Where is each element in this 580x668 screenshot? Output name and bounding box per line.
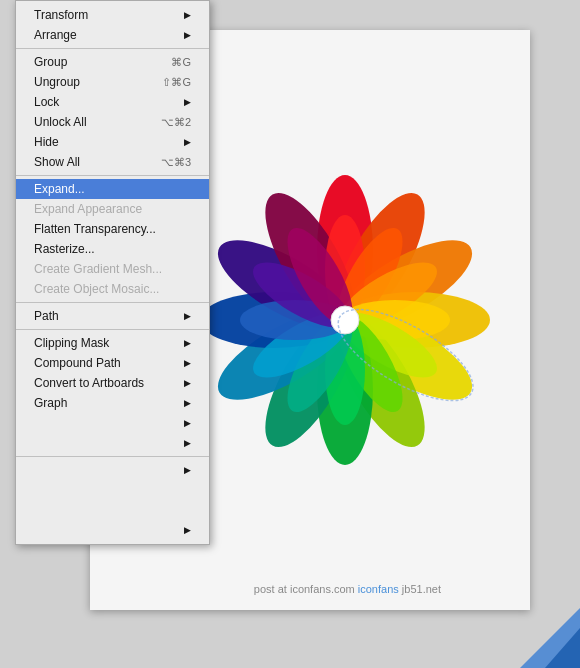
menu-label-transform: Transform [34, 8, 178, 22]
menu-item-flatten-transparency[interactable]: Flatten Transparency... [16, 219, 209, 239]
menu-label-create-object-mosaic: Create Object Mosaic... [34, 282, 191, 296]
menu-label-expand-appearance: Expand Appearance [34, 202, 191, 216]
menu-label-create-gradient-mesh: Create Gradient Mesh... [34, 262, 191, 276]
context-menu: Transform Arrange Group ⌘G Ungroup ⇧⌘G L… [15, 0, 210, 545]
menu-item-live-paint[interactable]: Graph [16, 393, 209, 413]
menu-item-live-trace[interactable] [16, 413, 209, 433]
menu-label-live-paint: Graph [34, 396, 178, 410]
separator-3 [16, 302, 209, 303]
menu-item-hide[interactable]: Hide [16, 132, 209, 152]
menu-item-expand[interactable]: Expand... [16, 179, 209, 199]
menu-item-unlock-all[interactable]: Unlock All ⌥⌘2 [16, 112, 209, 132]
menu-item-clipping-mask[interactable] [16, 460, 209, 480]
menu-item-rasterize[interactable]: Rasterize... [16, 239, 209, 259]
menu-label-envelope-distort: Convert to Artboards [34, 376, 178, 390]
menu-label-lock: Lock [34, 95, 178, 109]
menu-item-show-all[interactable]: Show All ⌥⌘3 [16, 152, 209, 172]
menu-label-show-all: Show All [34, 155, 161, 169]
menu-item-envelope-distort[interactable]: Convert to Artboards [16, 373, 209, 393]
watermark: post at iconfans.com iconfans jb51.net [254, 583, 441, 595]
watermark-brand: iconfans [358, 583, 399, 595]
menu-label-arrange: Arrange [34, 28, 178, 42]
menu-item-graph[interactable] [16, 520, 209, 540]
shortcut-show-all: ⌥⌘3 [161, 156, 191, 169]
watermark-suffix: jb51.net [399, 583, 441, 595]
menu-label-ungroup: Ungroup [34, 75, 162, 89]
menu-item-transform[interactable]: Transform [16, 5, 209, 25]
watermark-text: post at iconfans.com [254, 583, 358, 595]
menu-item-lock[interactable]: Lock [16, 92, 209, 112]
menu-label-blend: Compound Path [34, 356, 178, 370]
menu-item-compound-path[interactable] [16, 480, 209, 500]
shortcut-unlock-all: ⌥⌘2 [161, 116, 191, 129]
menu-item-blend[interactable]: Compound Path [16, 353, 209, 373]
separator-5 [16, 456, 209, 457]
separator-1 [16, 48, 209, 49]
menu-item-create-gradient-mesh[interactable]: Create Gradient Mesh... [16, 259, 209, 279]
separator-4 [16, 329, 209, 330]
menu-label-hide: Hide [34, 135, 178, 149]
menu-label-path: Clipping Mask [34, 336, 178, 350]
menu-item-convert-to-artboards[interactable] [16, 500, 209, 520]
menu-label-slice: Path [34, 309, 178, 323]
menu-label-expand: Expand... [34, 182, 191, 196]
shortcut-ungroup: ⇧⌘G [162, 76, 191, 89]
menu-item-create-object-mosaic[interactable]: Create Object Mosaic... [16, 279, 209, 299]
menu-label-rasterize: Rasterize... [34, 242, 191, 256]
menu-item-slice[interactable]: Path [16, 306, 209, 326]
menu-item-expand-appearance[interactable]: Expand Appearance [16, 199, 209, 219]
menu-item-ungroup[interactable]: Ungroup ⇧⌘G [16, 72, 209, 92]
menu-item-text-wrap[interactable] [16, 433, 209, 453]
menu-item-group[interactable]: Group ⌘G [16, 52, 209, 72]
menu-label-unlock-all: Unlock All [34, 115, 161, 129]
menu-item-arrange[interactable]: Arrange [16, 25, 209, 45]
separator-2 [16, 175, 209, 176]
menu-item-path[interactable]: Clipping Mask [16, 333, 209, 353]
svg-point-24 [331, 306, 359, 334]
menu-label-flatten-transparency: Flatten Transparency... [34, 222, 191, 236]
menu-label-group: Group [34, 55, 171, 69]
color-wheel-flower [185, 160, 505, 480]
shortcut-group: ⌘G [171, 56, 191, 69]
corner-decoration [500, 608, 580, 668]
